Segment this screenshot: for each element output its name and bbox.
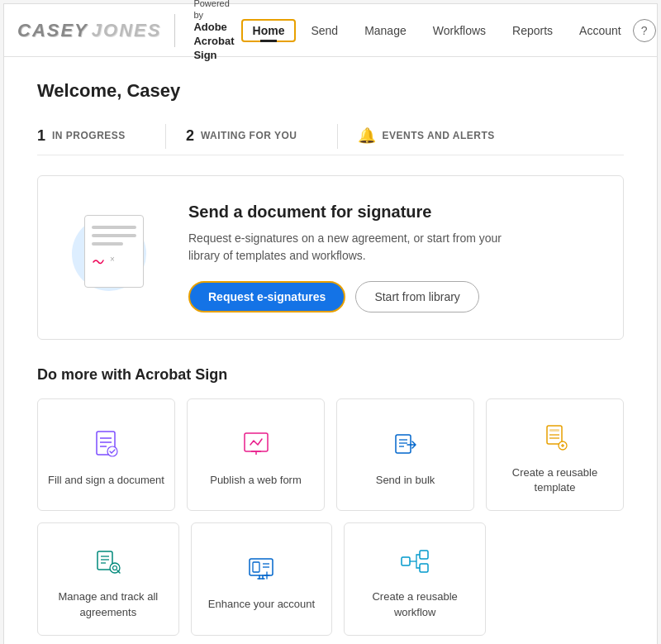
do-more-section: Do more with Acrobat Sign (37, 366, 624, 636)
status-divider-2 (337, 124, 338, 149)
template-icon (537, 419, 573, 456)
powered-by: Powered by Adobe Acrobat Sign (193, 0, 234, 63)
card-fill-sign-label: Fill and sign a document (48, 473, 164, 488)
start-from-library-button[interactable]: Start from library (355, 281, 478, 312)
manage-track-icon (90, 543, 126, 580)
signature-pen-icon (92, 254, 107, 265)
card-template-label: Create a reusable template (497, 465, 613, 495)
svg-rect-32 (420, 564, 428, 572)
send-bulk-icon (388, 427, 424, 463)
signature-info: Send a document for signature Request e-… (188, 203, 593, 312)
signature-card: × Send a document for signature Request … (37, 175, 624, 340)
logo-casey: CASEY (17, 20, 88, 41)
signature-illustration: × (68, 208, 159, 308)
main-content: Welcome, Casey 1 IN PROGRESS 2 WAITING F… (4, 57, 657, 644)
card-reusable-workflow[interactable]: Create a reusable workflow (344, 522, 486, 635)
logo-jones: JONES (92, 20, 162, 41)
nav-workflows[interactable]: Workflows (421, 19, 497, 42)
card-send-bulk[interactable]: Send in bulk (336, 398, 474, 511)
svg-rect-27 (253, 562, 259, 572)
nav-home[interactable]: Home (241, 19, 297, 42)
nav-send[interactable]: Send (299, 19, 350, 42)
card-template[interactable]: Create a reusable template (486, 398, 624, 511)
svg-rect-13 (549, 429, 559, 432)
svg-rect-8 (396, 435, 411, 453)
card-send-bulk-label: Send in bulk (376, 473, 435, 488)
svg-rect-31 (420, 551, 428, 559)
cards-row-2: Manage and track all agreements (37, 522, 486, 635)
logo-area: CASEY JONES (17, 14, 175, 47)
card-reusable-workflow-label: Create a reusable workflow (354, 589, 475, 619)
signature-card-title: Send a document for signature (188, 203, 593, 222)
signature-card-desc: Request e-signatures on a new agreement,… (188, 230, 519, 265)
welcome-title: Welcome, Casey (37, 80, 624, 102)
header: CASEY JONES Powered by Adobe Acrobat Sig… (4, 4, 657, 57)
nav-account[interactable]: Account (568, 19, 633, 42)
header-right: ? (633, 19, 656, 42)
do-more-title: Do more with Acrobat Sign (37, 366, 624, 384)
nav-reports[interactable]: Reports (501, 19, 564, 42)
card-enhance-account[interactable]: Enhance your account (191, 522, 333, 635)
status-bar: 1 IN PROGRESS 2 WAITING FOR YOU 🔔 EVENTS… (37, 118, 624, 155)
help-button[interactable]: ? (633, 19, 656, 42)
illustration-doc: × (84, 215, 144, 288)
bell-icon: 🔔 (358, 126, 376, 145)
nav-manage[interactable]: Manage (353, 19, 418, 42)
fill-sign-icon (88, 427, 125, 463)
card-manage-track[interactable]: Manage and track all agreements (37, 522, 179, 635)
sig-x-mark: × (110, 255, 115, 264)
status-waiting[interactable]: 2 WAITING FOR YOU (186, 119, 317, 155)
svg-point-4 (107, 446, 117, 456)
svg-rect-30 (402, 557, 410, 565)
card-web-form[interactable]: Publish a web form (187, 398, 325, 511)
card-enhance-account-label: Enhance your account (208, 597, 315, 612)
status-in-progress[interactable]: 1 IN PROGRESS (37, 119, 145, 155)
status-events[interactable]: 🔔 EVENTS AND ALERTS (358, 118, 515, 155)
status-divider-1 (165, 124, 166, 149)
request-esignatures-button[interactable]: Request e-signatures (188, 281, 345, 312)
reusable-workflow-icon (397, 543, 433, 580)
enhance-account-icon (243, 551, 279, 587)
web-form-icon (238, 427, 274, 463)
main-nav: Home Send Manage Workflows Reports Accou… (241, 19, 633, 42)
signature-card-buttons: Request e-signatures Start from library (188, 281, 593, 312)
cards-row-1: Fill and sign a document Publish a web f… (37, 398, 624, 511)
card-fill-sign[interactable]: Fill and sign a document (37, 398, 175, 511)
card-web-form-label: Publish a web form (210, 473, 302, 488)
card-manage-track-label: Manage and track all agreements (48, 589, 169, 619)
